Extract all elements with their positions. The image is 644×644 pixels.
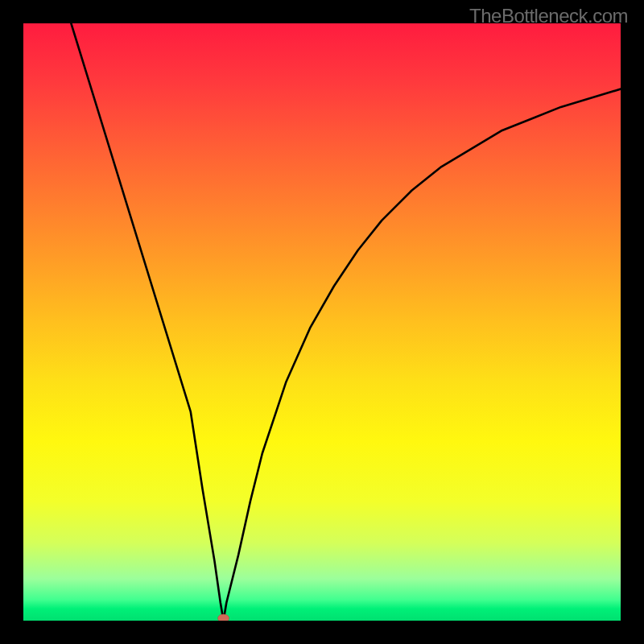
- bottleneck-curve-line: [71, 23, 621, 621]
- chart-frame: TheBottleneck.com: [0, 0, 644, 644]
- curve-minimum-marker: [218, 614, 229, 621]
- chart-plot-area: [23, 23, 621, 621]
- watermark-text: TheBottleneck.com: [469, 5, 628, 27]
- chart-svg: [23, 23, 621, 621]
